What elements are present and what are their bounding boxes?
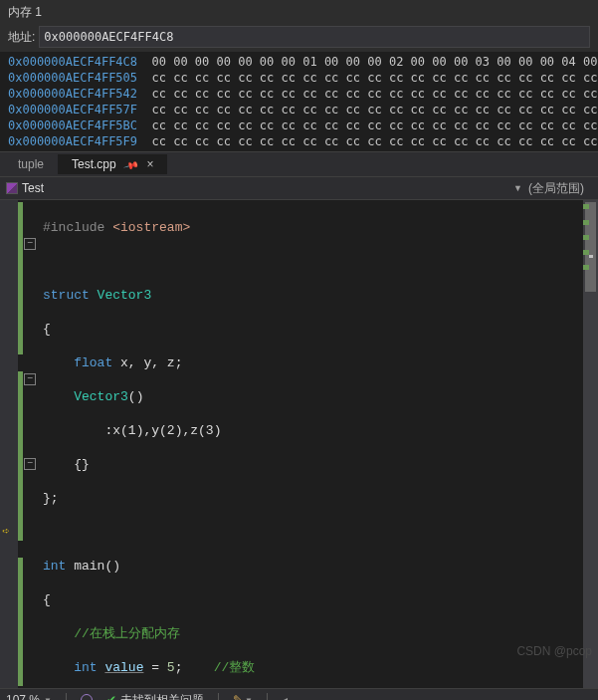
brush-icon[interactable]: ✎▼ (233, 693, 253, 700)
memory-address-row: 地址: (0, 24, 598, 52)
nav-scope-project[interactable]: Test (6, 181, 44, 195)
file-tab-tuple[interactable]: tuple (4, 154, 58, 174)
indent-icon[interactable]: ◂ (282, 693, 288, 700)
chevron-down-icon[interactable]: ▼ (513, 183, 522, 193)
memory-row: 0x000000AECF4FF5BC cc cc cc cc cc cc cc … (8, 117, 598, 133)
scrollbar-thumb[interactable] (585, 202, 596, 292)
file-tab-bar: tuple Test.cpp 📌 × (0, 152, 598, 177)
feedback-icon[interactable] (81, 694, 93, 700)
current-line-arrow-icon: ➪ (2, 524, 9, 539)
issues-label: 未找到相关问题 (120, 692, 204, 701)
check-icon: ✔ (106, 693, 116, 700)
memory-panel: 内存 1 地址: 0x000000AECF4FF4C8 00 00 00 00 … (0, 0, 598, 152)
code-text-area[interactable]: #include <iostream> struct Vector3 { flo… (37, 200, 598, 688)
separator (66, 693, 67, 700)
separator (218, 693, 219, 700)
zoom-label: 107 % (6, 693, 40, 700)
status-bar: 107 % ▼ ✔ 未找到相关问题 ✎▼ ◂ (0, 688, 598, 700)
file-tab-label: Test.cpp (72, 157, 116, 171)
file-tab-test-cpp[interactable]: Test.cpp 📌 × (58, 154, 167, 174)
memory-address-input[interactable] (39, 26, 590, 48)
pin-icon[interactable]: 📌 (123, 157, 139, 173)
code-nav-bar: Test ▼ (全局范围) (0, 177, 598, 200)
memory-row: 0x000000AECF4FF4C8 00 00 00 00 00 00 00 … (8, 54, 598, 70)
memory-row: 0x000000AECF4FF57F cc cc cc cc cc cc cc … (8, 102, 598, 117)
cpp-project-icon (6, 182, 18, 194)
memory-row: 0x000000AECF4FF505 cc cc cc cc cc cc cc … (8, 70, 598, 86)
editor-scrollbar[interactable] (583, 200, 598, 688)
zoom-level[interactable]: 107 % ▼ (6, 693, 52, 700)
issues-status[interactable]: ✔ 未找到相关问题 (106, 692, 204, 701)
nav-project-label: Test (22, 181, 44, 195)
fold-toggle-icon[interactable]: − (24, 458, 36, 470)
close-icon[interactable]: × (146, 157, 153, 171)
chevron-down-icon[interactable]: ▼ (44, 696, 52, 701)
outline-gutter[interactable]: − − − (23, 200, 37, 688)
fold-toggle-icon[interactable]: − (24, 373, 36, 385)
fold-toggle-icon[interactable]: − (24, 238, 36, 250)
nav-scope-label[interactable]: (全局范围) (528, 180, 592, 197)
breakpoint-gutter[interactable]: ➪ (0, 200, 18, 688)
code-editor[interactable]: ➪ − − − #include <iostream> struct Vecto… (0, 200, 598, 688)
separator (267, 693, 268, 700)
file-tab-label: tuple (18, 157, 44, 171)
memory-hex-dump[interactable]: 0x000000AECF4FF4C8 00 00 00 00 00 00 00 … (0, 52, 598, 151)
memory-address-label: 地址: (8, 29, 35, 46)
memory-row: 0x000000AECF4FF542 cc cc cc cc cc cc cc … (8, 86, 598, 102)
memory-panel-title: 内存 1 (0, 0, 598, 24)
memory-row: 0x000000AECF4FF5F9 cc cc cc cc cc cc cc … (8, 133, 598, 149)
